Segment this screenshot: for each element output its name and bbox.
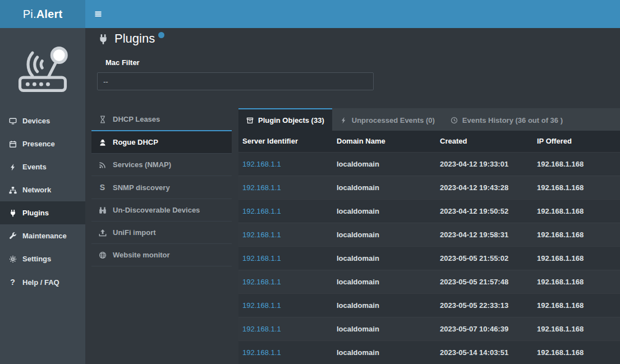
sidebar-item-label: Settings — [22, 255, 51, 263]
table-row: 192.168.1.1 localdomain 2023-05-07 10:46… — [238, 317, 620, 340]
ip-offered-cell: 192.168.1.168 — [533, 152, 620, 176]
server-identifier-link[interactable]: 192.168.1.1 — [242, 207, 281, 215]
spy-icon — [98, 139, 107, 146]
server-identifier-link[interactable]: 192.168.1.1 — [242, 348, 281, 357]
sidebar-item-help-faq[interactable]: ? Help / FAQ — [0, 270, 85, 294]
question-icon: ? — [8, 278, 17, 287]
plug-icon — [8, 209, 17, 217]
sidebar-item-label: Presence — [22, 140, 55, 148]
box-icon — [246, 117, 254, 124]
domain-name-cell: localdomain — [333, 317, 436, 340]
created-cell: 2023-04-12 19:58:31 — [436, 223, 533, 246]
server-identifier-link[interactable]: 192.168.1.1 — [242, 278, 281, 286]
brand-text-pre: Pi. — [23, 8, 36, 21]
ip-offered-cell: 192.168.1.168 — [533, 340, 620, 364]
plugin-nav-item-undiscoverable-devices[interactable]: Un-Discoverable Devices — [91, 199, 232, 222]
sidebar-item-presence[interactable]: Presence — [0, 132, 85, 155]
table-row: 192.168.1.1 localdomain 2023-04-12 19:50… — [238, 199, 620, 223]
tab-unprocessed-events[interactable]: Unprocessed Events (0) — [332, 108, 443, 131]
calendar-icon — [8, 140, 17, 148]
tab-label: Events History (36 out of 36 ) — [462, 116, 563, 125]
sidebar-item-devices[interactable]: Devices — [0, 109, 85, 132]
server-identifier-link[interactable]: 192.168.1.1 — [242, 254, 281, 262]
column-header-server-identifier: Server Identifier — [238, 131, 333, 152]
domain-name-cell: localdomain — [333, 293, 436, 317]
plugin-nav-label: DHCP Leases — [113, 115, 160, 123]
plugin-nav-item-unifi-import[interactable]: UniFi import — [91, 222, 232, 244]
plugin-objects-table: Server Identifier Domain Name Created IP… — [238, 131, 620, 364]
plugin-nav-item-snmp-discovery[interactable]: S SNMP discovery — [91, 176, 232, 199]
mac-filter-label: Mac Filter — [105, 58, 140, 67]
pialert-app: Pi.Alert — [0, 0, 620, 364]
domain-name-cell: localdomain — [333, 199, 436, 223]
globe-icon — [98, 251, 107, 259]
bolt-icon — [8, 163, 17, 171]
server-identifier-link[interactable]: 192.168.1.1 — [242, 183, 281, 192]
brand-logo[interactable]: Pi.Alert — [0, 0, 85, 28]
table-header-row: Server Identifier Domain Name Created IP… — [238, 131, 620, 152]
domain-name-cell: localdomain — [333, 270, 436, 293]
mac-filter-input[interactable] — [97, 72, 374, 90]
plugin-nav-item-dhcp-leases[interactable]: DHCP Leases — [91, 108, 232, 131]
domain-name-cell: localdomain — [333, 246, 436, 270]
plugin-content-panel: Plugin Objects (33) Unprocessed Events (… — [238, 108, 620, 364]
sidebar-toggle-button[interactable] — [85, 0, 111, 28]
sidebar-item-network[interactable]: Network — [0, 178, 85, 201]
sidebar-item-label: Plugins — [22, 209, 49, 217]
brand-text-bold: Alert — [36, 8, 63, 21]
server-identifier-link[interactable]: 192.168.1.1 — [242, 160, 281, 168]
ip-offered-cell: 192.168.1.168 — [533, 223, 620, 246]
plugin-nav-label: UniFi import — [113, 228, 156, 237]
sidebar-item-label: Help / FAQ — [22, 278, 59, 287]
snmp-icon: S — [98, 183, 107, 192]
main-content: Plugins Mac Filter DHCP Leases Rogue DHC… — [85, 28, 620, 364]
gear-icon — [8, 255, 17, 263]
sidebar-item-events[interactable]: Events — [0, 155, 85, 178]
clock-icon — [451, 117, 458, 124]
domain-name-cell: localdomain — [333, 152, 436, 176]
created-cell: 2023-04-12 19:50:52 — [436, 199, 533, 223]
ip-offered-cell: 192.168.1.168 — [533, 293, 620, 317]
plugin-nav-label: Rogue DHCP — [113, 138, 158, 146]
created-cell: 2023-05-07 10:46:39 — [436, 317, 533, 340]
server-identifier-link[interactable]: 192.168.1.1 — [242, 325, 281, 333]
binoculars-icon — [98, 206, 107, 214]
column-header-domain-name: Domain Name — [333, 131, 436, 152]
sidebar-item-settings[interactable]: Settings — [0, 247, 85, 270]
sidebar-item-plugins[interactable]: Plugins — [0, 201, 85, 224]
plugin-nav-item-services-nmap[interactable]: Services (NMAP) — [91, 154, 232, 176]
table-row: 192.168.1.1 localdomain 2023-05-05 21:57… — [238, 270, 620, 293]
table-row: 192.168.1.1 localdomain 2023-05-14 14:03… — [238, 340, 620, 364]
plug-icon — [98, 34, 109, 45]
domain-name-cell: localdomain — [333, 340, 436, 364]
page-title-text: Plugins — [114, 31, 155, 46]
domain-name-cell: localdomain — [333, 223, 436, 246]
column-header-created: Created — [436, 131, 533, 152]
table-row: 192.168.1.1 localdomain 2023-05-05 21:55… — [238, 246, 620, 270]
tab-plugin-objects[interactable]: Plugin Objects (33) — [238, 108, 332, 131]
sidebar-item-label: Devices — [22, 117, 50, 125]
column-header-ip-offered: IP Offered — [533, 131, 620, 152]
table-row: 192.168.1.1 localdomain 2023-04-12 19:43… — [238, 176, 620, 199]
ip-offered-cell: 192.168.1.168 — [533, 176, 620, 199]
created-cell: 2023-04-12 19:33:01 — [436, 152, 533, 176]
hourglass-icon — [98, 116, 107, 123]
created-cell: 2023-05-05 21:57:48 — [436, 270, 533, 293]
sidebar-item-maintenance[interactable]: Maintenance — [0, 224, 85, 247]
top-header: Pi.Alert — [0, 0, 620, 28]
sidebar-item-label: Network — [22, 186, 51, 194]
plugin-nav-item-website-monitor[interactable]: Website monitor — [91, 244, 232, 266]
ip-offered-cell: 192.168.1.168 — [533, 199, 620, 223]
plugin-nav: DHCP Leases Rogue DHCP Services (NMAP) S… — [91, 108, 232, 266]
plugin-nav-item-rogue-dhcp[interactable]: Rogue DHCP — [91, 131, 232, 154]
server-identifier-link[interactable]: 192.168.1.1 — [242, 301, 281, 310]
created-cell: 2023-05-14 14:03:51 — [436, 340, 533, 364]
tab-label: Unprocessed Events (0) — [352, 116, 435, 125]
devices-icon — [8, 117, 17, 125]
page-title: Plugins — [98, 31, 164, 46]
server-identifier-link[interactable]: 192.168.1.1 — [242, 231, 281, 239]
help-badge[interactable] — [158, 32, 164, 38]
tab-events-history[interactable]: Events History (36 out of 36 ) — [443, 108, 571, 131]
plugin-nav-label: Services (NMAP) — [113, 160, 171, 169]
created-cell: 2023-05-05 22:33:13 — [436, 293, 533, 317]
